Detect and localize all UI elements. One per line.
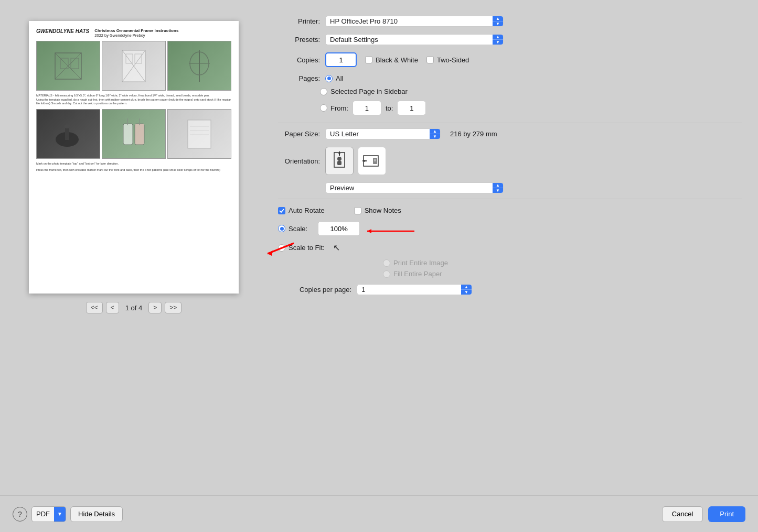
orientation-landscape-button[interactable] [358, 147, 386, 175]
print-entire-radio [383, 259, 390, 267]
auto-rotate-label[interactable]: Auto Rotate [278, 207, 325, 214]
pages-all-radio[interactable] [325, 75, 333, 82]
preview-image-5 [102, 109, 166, 159]
printer-stepper-down[interactable]: ▼ [493, 21, 503, 26]
preview-dropdown[interactable]: Preview ▲ ▼ [325, 182, 504, 193]
printer-label: Printer: [278, 17, 320, 25]
scale-to-fit-row: Scale to Fit: ↖ [278, 243, 742, 253]
pages-all-option[interactable]: All [325, 74, 343, 82]
cpp-stepper-down[interactable]: ▼ [461, 290, 472, 295]
scale-row: Scale: [278, 221, 742, 236]
copies-row: Copies: Black & White Two-Sided [278, 52, 742, 67]
paper-size-select[interactable]: US Letter ▲ ▼ [325, 128, 441, 139]
preview-stepper-up[interactable]: ▲ [493, 183, 503, 188]
preview-images-top [36, 41, 231, 91]
preview-image-3 [167, 41, 231, 91]
bottom-bar-left: ? PDF ▼ Hide Details [13, 506, 123, 522]
pages-from-input[interactable] [353, 101, 381, 115]
pages-sidebar-radio[interactable] [320, 88, 327, 95]
bottom-bar: ? PDF ▼ Hide Details Cancel Print [0, 495, 758, 532]
copies-per-page-row: Copies per page: 1 ▲ ▼ [278, 284, 742, 295]
pdf-button[interactable]: PDF ▼ [31, 506, 66, 522]
first-page-button[interactable]: << [86, 302, 103, 313]
help-button[interactable]: ? [13, 507, 27, 522]
show-notes-checkbox[interactable] [354, 207, 361, 214]
presets-value: Default Settings [326, 35, 493, 45]
presets-stepper-up[interactable]: ▲ [493, 35, 503, 40]
scale-to-fit-option[interactable]: Scale to Fit: [278, 244, 325, 252]
pages-sidebar-option[interactable]: Selected Page in Sidebar [320, 88, 408, 95]
copies-per-page-value: 1 [357, 285, 461, 295]
page-indicator: 1 of 4 [125, 304, 143, 312]
copies-per-page-label: Copies per page: [278, 286, 351, 294]
print-button[interactable]: Print [708, 506, 745, 522]
cpp-stepper-up[interactable]: ▲ [461, 285, 472, 290]
preview-stepper-down[interactable]: ▼ [493, 188, 503, 193]
page-navigation: << < 1 of 4 > >> [86, 302, 182, 313]
printer-value: HP OfficeJet Pro 8710 [326, 16, 493, 26]
svg-point-15 [64, 124, 70, 128]
prev-page-button[interactable]: < [106, 302, 119, 313]
pages-from-text: From: [330, 104, 348, 112]
scale-input[interactable] [318, 221, 360, 236]
copies-input[interactable] [325, 52, 357, 67]
paper-size-wrapper: US Letter ▲ ▼ 216 by 279 mm [325, 128, 497, 139]
pdf-label: PDF [32, 510, 54, 518]
black-white-checkbox[interactable] [365, 56, 372, 63]
black-white-checkbox-label[interactable]: Black & White [365, 56, 418, 64]
orientation-portrait-button[interactable] [325, 147, 354, 175]
pages-sidebar-text: Selected Page in Sidebar [330, 88, 408, 95]
svg-marker-38 [268, 251, 273, 256]
auto-rotate-checkbox[interactable] [278, 207, 285, 214]
preview-images-bottom [36, 109, 231, 159]
doc-title: Christmas Ornamental Frame Instructions [94, 28, 178, 33]
svg-rect-20 [188, 120, 211, 148]
printer-select[interactable]: HP OfficeJet Pro 8710 ▲ ▼ [325, 16, 504, 27]
settings-lower-section: Auto Rotate Show Notes Scale: [278, 207, 742, 295]
printer-stepper-up[interactable]: ▲ [493, 16, 503, 21]
pages-from-option[interactable]: From: [320, 104, 348, 112]
preview-text-materials: MATERIALS - felt measuring 6.5"x5.5", ri… [36, 94, 231, 106]
show-notes-label[interactable]: Show Notes [354, 207, 401, 214]
presets-select[interactable]: Default Settings ▲ ▼ [325, 34, 504, 45]
preview-caption-2: Press the frame felt, then with erasable… [36, 168, 231, 172]
svg-rect-28 [337, 161, 341, 165]
paper-size-label: Paper Size: [278, 130, 320, 138]
presets-row: Presets: Default Settings ▲ ▼ [278, 34, 742, 45]
svg-rect-17 [135, 124, 144, 145]
pages-to-text: to: [386, 104, 393, 112]
pages-all-row: Pages: All [278, 74, 742, 82]
black-white-label: Black & White [376, 56, 418, 64]
pages-from-radio[interactable] [320, 104, 327, 112]
pages-all-text: All [336, 74, 343, 82]
scale-option[interactable]: Scale: [278, 225, 307, 233]
copies-per-page-select[interactable]: 1 ▲ ▼ [357, 284, 472, 295]
svg-point-27 [337, 157, 341, 161]
doc-logo: GWENDOLYNE HATS [36, 28, 89, 34]
next-page-button[interactable]: > [148, 302, 162, 313]
two-sided-checkbox-label[interactable]: Two-Sided [426, 56, 469, 64]
pages-from-row: From: to: [320, 101, 742, 115]
scale-to-fit-label: Scale to Fit: [289, 244, 325, 252]
last-page-button[interactable]: >> [165, 302, 182, 313]
doc-subtitle: 2022 by Gwendolyne Preboy [94, 33, 178, 38]
svg-rect-16 [123, 124, 133, 145]
pages-label: Pages: [278, 74, 320, 82]
preview-image-2 [102, 41, 166, 91]
bottom-bar-right: Cancel Print [662, 506, 745, 522]
pages-to-input[interactable] [397, 101, 426, 115]
scale-to-fit-radio[interactable] [278, 244, 285, 252]
two-sided-checkbox[interactable] [426, 56, 434, 63]
paper-size-stepper-down[interactable]: ▼ [430, 134, 440, 139]
presets-label: Presets: [278, 36, 320, 44]
scale-radio[interactable] [278, 225, 285, 232]
print-entire-label: Print Entire Image [393, 259, 448, 267]
preview-dropdown-value: Preview [326, 183, 493, 193]
cancel-button[interactable]: Cancel [662, 506, 703, 522]
pdf-chevron-icon[interactable]: ▼ [54, 506, 66, 522]
hide-details-button[interactable]: Hide Details [70, 506, 123, 522]
fill-entire-paper-row: Fill Entire Paper [383, 270, 742, 278]
presets-stepper-down[interactable]: ▼ [493, 40, 503, 45]
paper-size-stepper-up[interactable]: ▲ [430, 129, 440, 134]
settings-panel: Printer: HP OfficeJet Pro 8710 ▲ ▼ Prese… [268, 10, 758, 495]
